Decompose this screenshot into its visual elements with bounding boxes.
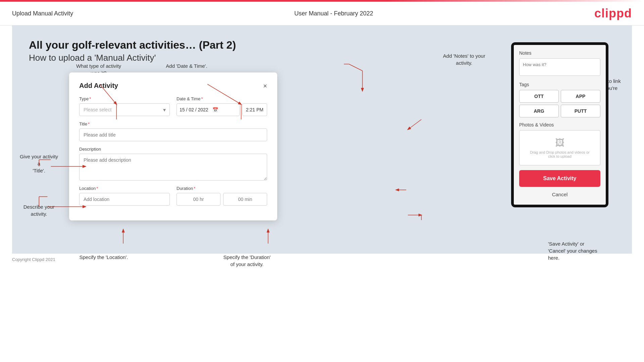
callout-describe: Describe your activity. [19,203,59,217]
callout-save: 'Save Activity' or 'Cancel' your changes… [548,240,622,261]
location-input[interactable] [79,193,170,206]
callout-notes: Add 'Notes' to your activity. [437,52,491,66]
add-activity-dialog: Add Activity × Type* Please select ▾ [69,72,277,220]
header: Upload Manual Activity User Manual - Feb… [0,2,644,25]
datetime-group: Date & Time* 15 / 02 / 2022 📅 2:21 PM [177,96,267,116]
tag-putt[interactable]: PUTT [561,105,600,117]
main-content: All your golf-relevant activities… (Part… [12,25,632,254]
tags-grid: OTT APP ARG PUTT [519,90,600,117]
form-row-type-date: Type* Please select ▾ Date & Time* [79,96,267,116]
callout-location: Specify the 'Location'. [75,254,132,261]
description-label: Description [79,147,267,152]
svg-line-16 [349,64,362,71]
callout-duration: Specify the 'Duration' of your activity. [213,254,281,268]
notes-section-label: Notes [519,50,600,56]
tag-arg[interactable]: ARG [519,105,559,117]
photo-upload-icon: 🖼 [555,137,564,148]
phone-mockup: Notes Tags OTT APP ARG PUTT Photos & Vid… [511,42,608,207]
page-label: Upload Manual Activity [12,10,73,17]
description-textarea[interactable] [79,154,267,180]
photos-upload-text: Drag and Drop photos and videos or click… [530,150,589,158]
description-group: Description [79,147,267,180]
photos-section-label: Photos & Videos [519,122,600,127]
dialog-title: Add Activity [79,82,118,90]
tag-app[interactable]: APP [561,90,600,103]
calendar-icon: 📅 [212,107,218,112]
svg-line-18 [408,119,421,130]
dialog-header: Add Activity × [79,82,267,90]
title-label: Title* [79,121,267,126]
duration-label: Duration* [177,186,267,191]
phone-panel: Notes Tags OTT APP ARG PUTT Photos & Vid… [511,42,612,207]
copyright: Copyright Clippd 2021 [12,257,55,262]
save-activity-button[interactable]: Save Activity [519,170,600,187]
date-time-row: 15 / 02 / 2022 📅 2:21 PM [177,103,267,116]
date-input[interactable]: 15 / 02 / 2022 📅 [177,103,240,116]
phone-inner: Notes Tags OTT APP ARG PUTT Photos & Vid… [514,45,606,205]
dialog-box: Add Activity × Type* Please select ▾ [69,72,277,220]
cancel-button[interactable]: Cancel [519,190,600,199]
type-group: Type* Please select ▾ [79,96,170,116]
time-input[interactable]: 2:21 PM [242,103,267,116]
tag-ott[interactable]: OTT [519,90,559,103]
tags-section-label: Tags [519,82,600,87]
notes-input[interactable] [519,58,600,76]
duration-group: Duration* [177,186,267,206]
type-select[interactable]: Please select [79,103,170,116]
logo: clippd [594,6,632,20]
location-label: Location* [79,186,170,191]
datetime-label: Date & Time* [177,96,267,101]
title-group: Title* [79,121,267,141]
location-group: Location* [79,186,170,206]
title-input[interactable] [79,128,267,141]
duration-mins-input[interactable] [223,193,267,206]
form-row-location-duration: Location* Duration* [79,186,267,206]
photos-upload-area[interactable]: 🖼 Drag and Drop photos and videos or cli… [519,130,600,165]
type-label: Type* [79,96,170,101]
callout-datetime: Add 'Date & Time'. [156,62,217,69]
callout-title: Give your activity a 'Title'. [19,153,59,174]
manual-label: User Manual - February 2022 [294,10,373,17]
close-button[interactable]: × [263,83,267,89]
type-select-wrapper: Please select ▾ [79,103,170,116]
duration-hours-input[interactable] [177,193,220,206]
duration-row [177,193,267,206]
